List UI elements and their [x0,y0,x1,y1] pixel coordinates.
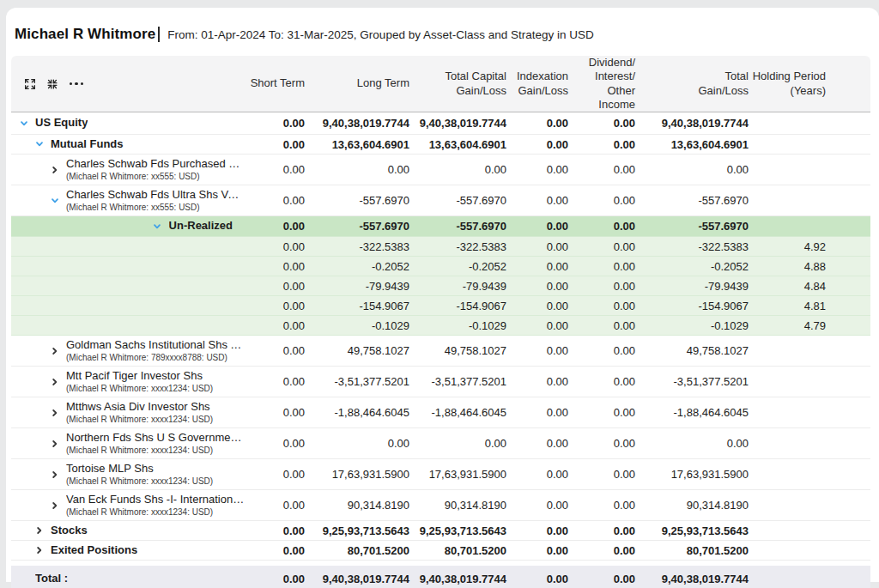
value-cell: 9,40,38,019.7744 [635,117,749,130]
value-cell: 9,40,38,019.7744 [305,117,409,130]
table-row: Van Eck Funds Shs -I- Internationa... (M… [11,490,870,521]
table-row: Charles Schwab Fds Purchased S... (Micha… [11,155,870,185]
value-cell: 0.00 [568,138,635,151]
title-divider [158,27,160,42]
row-sublabel: (Michael R Whitmore: xxxx1234: USD) [66,476,213,487]
value-cell: -0.2052 [305,260,409,273]
value-cell: 9,40,38,019.7744 [409,117,506,130]
row-label-cell: Mutual Funds [11,137,245,151]
value-cell: 0.00 [568,375,635,388]
row-label: US Equity [35,116,88,130]
chevron-down-icon[interactable] [152,221,163,232]
value-cell: -3,51,377.5201 [305,375,409,388]
value-cell: 0.00 [245,573,305,585]
value-cell: 0.00 [245,117,305,130]
row-label-cell: Un-Realized [11,219,245,233]
value-cell: 13,63,604.6901 [635,138,749,151]
value-cell: 0.00 [506,280,568,293]
value-cell: -557.6970 [635,194,749,207]
value-cell: 0.00 [506,524,568,537]
value-cell: 0.00 [568,117,635,130]
value-cell: 0.00 [568,240,635,253]
gains-table: Short Term Long Term Total Capital Gain/… [11,56,870,588]
collapse-all-icon[interactable] [45,77,59,91]
value-cell: 0.00 [635,437,749,450]
row-label-cell [11,320,245,331]
value-cell: 0.00 [506,240,568,253]
value-cell: 49,758.1027 [409,344,506,357]
value-cell: 4.81 [749,300,826,312]
value-cell: 0.00 [506,437,568,450]
value-cell: 0.00 [568,406,635,419]
value-cell: 90,314.8190 [305,499,409,512]
chevron-down-icon[interactable] [18,118,29,129]
value-cell: 0.00 [568,260,635,273]
chevron-right-icon[interactable] [49,500,60,511]
more-options-icon[interactable] [70,82,83,85]
chevron-right-icon[interactable] [49,469,60,480]
chevron-right-icon[interactable] [49,164,60,175]
value-cell: 80,701.5200 [305,544,409,557]
value-cell: 0.00 [506,220,568,233]
row-sublabel: (Michael R Whitmore: xx555: USD) [66,171,245,182]
value-cell: 0.00 [245,468,305,481]
chevron-down-icon[interactable] [49,195,60,206]
chevron-right-icon[interactable] [33,545,45,556]
row-label-cell: US Equity [11,116,245,130]
value-cell: 0.00 [568,220,635,233]
value-cell: 0.00 [506,117,568,130]
chevron-right-icon[interactable] [33,525,45,536]
table-header-row: Short Term Long Term Total Capital Gain/… [11,56,870,112]
value-cell: 0.00 [305,163,409,176]
row-label-cell: Charles Schwab Fds Ultra Shs Vari... (Mi… [11,188,245,213]
expand-all-icon[interactable] [23,77,37,91]
column-header-long-term: Long Term [305,76,409,90]
value-cell: 90,314.8190 [635,499,749,512]
chevron-down-icon[interactable] [33,139,45,150]
row-label: Goldman Sachs Institutional Shs T... [66,338,245,352]
value-cell: -0.2052 [409,260,506,273]
row-label-cell: Total : [11,572,245,585]
value-cell: -3,51,377.5201 [409,375,506,388]
value-cell: 0.00 [409,163,506,176]
row-sublabel: (Michael R Whitmore: xxxx1234: USD) [66,445,245,456]
chevron-right-icon[interactable] [49,438,60,449]
value-cell: 0.00 [568,280,635,293]
value-cell: -79.9439 [409,280,506,293]
row-label-cell [11,281,245,292]
page-title: Michael R Whitmore [15,26,155,43]
row-label-cell: Charles Schwab Fds Purchased S... (Micha… [11,157,245,182]
value-cell: 90,314.8190 [409,499,506,512]
value-cell: 0.00 [245,544,305,557]
row-label-cell: Stocks [11,524,245,537]
row-label: Stocks [51,524,88,537]
value-cell: -322.5383 [409,240,506,253]
chevron-right-icon[interactable] [49,345,60,356]
table-row: 0.00 -154.9067 -154.9067 0.00 0.00 -154.… [11,296,870,316]
table-row: Tortoise MLP Shs (Michael R Whitmore: xx… [11,459,870,490]
chevron-right-icon[interactable] [49,376,60,387]
value-cell: -79.9439 [635,280,749,293]
value-cell: 0.00 [245,260,305,273]
value-cell: 0.00 [245,194,305,207]
value-cell: -322.5383 [305,240,409,253]
value-cell: 0.00 [245,220,305,233]
value-cell: -557.6970 [305,220,409,233]
value-cell: 9,40,38,019.7744 [409,573,506,585]
value-cell: 0.00 [568,300,635,312]
value-cell: 0.00 [568,344,635,357]
value-cell: 0.00 [635,163,749,176]
value-cell: 0.00 [245,375,305,388]
value-cell: 0.00 [245,344,305,357]
value-cell: 9,25,93,713.5643 [409,524,506,537]
row-label-cell: Northern Fds Shs U S Government... (Mich… [11,431,245,456]
table-row: Mtthws Asia Div Investor Shs (Michael R … [11,397,870,428]
value-cell: -0.1029 [305,319,409,332]
value-cell: -557.6970 [635,220,749,233]
value-cell: 0.00 [245,300,305,312]
chevron-right-icon[interactable] [49,407,60,418]
value-cell: 80,701.5200 [409,544,506,557]
value-cell: 49,758.1027 [305,344,409,357]
value-cell: 0.00 [245,163,305,176]
value-cell: 0.00 [568,194,635,207]
